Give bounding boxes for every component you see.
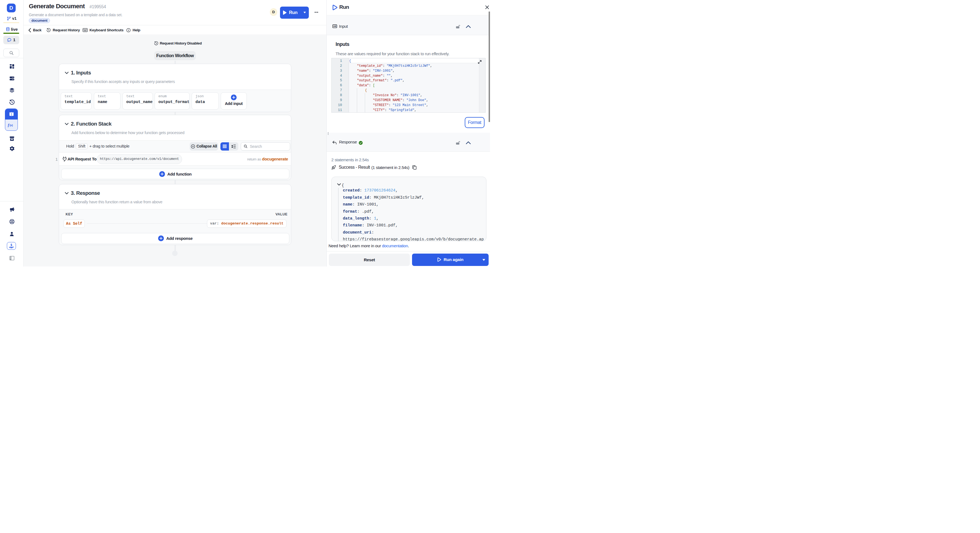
svg-text:AB: AB (333, 25, 336, 27)
svg-text:(x): (x) (10, 124, 13, 127)
svg-text:f: f (8, 123, 10, 127)
